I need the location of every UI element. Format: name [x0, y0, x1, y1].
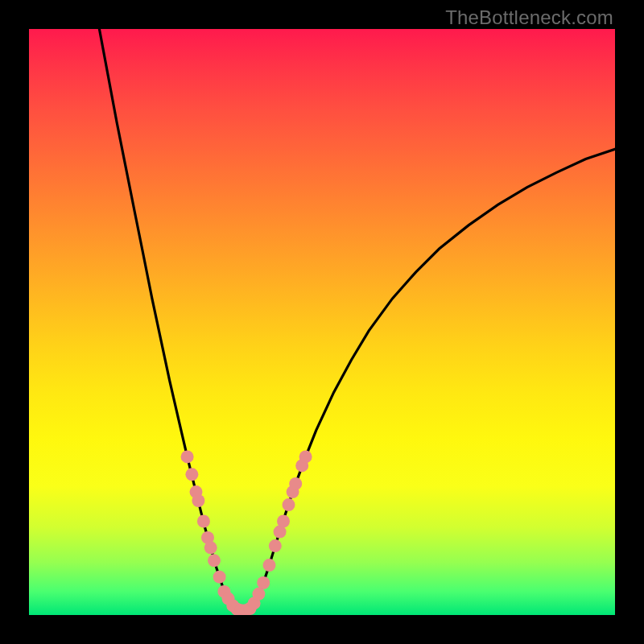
- data-marker: [277, 515, 290, 528]
- chart-svg: [29, 29, 615, 615]
- data-marker: [283, 498, 295, 511]
- data-marker: [257, 576, 270, 589]
- data-marker: [181, 450, 194, 463]
- data-marker: [197, 515, 210, 528]
- data-marker: [289, 477, 302, 490]
- chart-frame: TheBottleneck.com: [0, 0, 644, 644]
- data-marker: [213, 571, 226, 584]
- curve-layer: [99, 29, 615, 610]
- data-marker: [204, 541, 217, 554]
- bottleneck-curve: [99, 29, 615, 610]
- data-marker: [208, 554, 221, 567]
- data-marker: [185, 468, 198, 481]
- plot-area: [29, 29, 615, 615]
- data-marker: [299, 450, 312, 463]
- data-marker: [252, 588, 265, 601]
- watermark-text: TheBottleneck.com: [445, 6, 613, 29]
- marker-layer: [181, 450, 312, 615]
- data-marker: [263, 559, 276, 572]
- data-marker: [192, 494, 204, 507]
- data-marker: [269, 539, 282, 552]
